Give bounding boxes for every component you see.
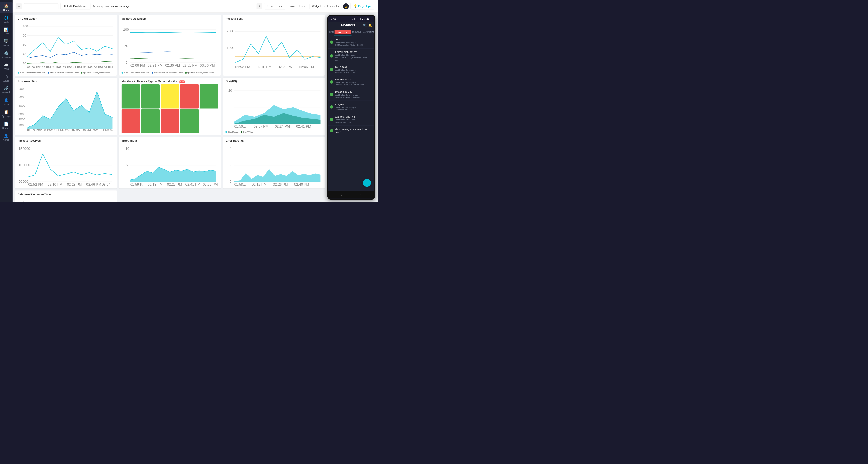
page-tips-label: Page Tips xyxy=(358,4,371,8)
disk-io-card: Disk(I/O) 20 01:50... 02:07 PM 02:24 PM xyxy=(223,78,325,135)
chevron-down-icon: ▾ xyxy=(338,5,339,8)
monitor-cell xyxy=(200,84,218,108)
widget-period-button[interactable]: Widget Level Period ▾ xyxy=(310,3,341,9)
lightbulb-icon: 💡 xyxy=(353,4,357,8)
mobile-tab-own[interactable]: OWN xyxy=(328,29,334,36)
list-item[interactable]: 192.168.50.222 Last Polled 2 months ago … xyxy=(328,88,374,101)
monitor-cell xyxy=(200,109,218,133)
more-icon[interactable]: ⋮ xyxy=(369,92,373,96)
mobile-tab-maintenance[interactable]: MAINTENANCE xyxy=(362,29,375,36)
list-item[interactable]: 192.168.50.221 Last Polled 3 mins ago VM… xyxy=(328,76,374,88)
item-detail: Network Device · 1 ms xyxy=(335,71,355,74)
breadcrumb-select[interactable]: ▾ xyxy=(24,3,58,9)
sidebar-item-aws[interactable]: ☁️ AWS xyxy=(0,61,12,72)
mobile-tab-critical[interactable]: CRITICAL xyxy=(334,29,351,36)
more-icon[interactable]: ⋮ xyxy=(369,80,373,84)
list-item[interactable]: 221_test Last Polled 6 mins ago Datastor… xyxy=(328,101,374,113)
fab-add-button[interactable]: + xyxy=(363,179,371,187)
mobile-status-icons: ☾ Q • ● ⊕ ▲ ♦ ◀ ▶ ∞ xyxy=(351,18,371,21)
page-tips-button[interactable]: 💡 Page Tips xyxy=(351,3,374,9)
bell-icon[interactable]: 🔔 xyxy=(368,23,372,27)
svg-text:01:52 PM: 01:52 PM xyxy=(235,65,250,69)
topbar: ← ▾ ⊞ Edit Dashboard ↻ Last updated 45 s… xyxy=(12,0,377,12)
sidebar-item-label: AppLogs xyxy=(2,115,11,117)
sidebar-item-label: Network xyxy=(2,91,10,94)
db-response-card: Database Response Time 50 0 02:11 PM 02:… xyxy=(15,190,117,202)
edit-dashboard-button[interactable]: ⊞ Edit Dashboard xyxy=(61,3,91,9)
item-detail: Web Transaction (Browser) · 14641 ms xyxy=(335,56,367,61)
svg-text:50000: 50000 xyxy=(19,179,28,183)
list-item[interactable]: 1 NEW-RBM-CART Last Polled 59 secs ago W… xyxy=(328,48,374,63)
main-content: ← ▾ ⊞ Edit Dashboard ↻ Last updated 45 s… xyxy=(12,0,377,202)
last-polled: Last Polled 6 mins ago xyxy=(335,106,356,109)
item-name: 1 NEW-RBM-CART xyxy=(335,51,368,53)
monitor-cell xyxy=(180,84,199,108)
back-button[interactable]: ← xyxy=(16,3,22,9)
list-item[interactable]: 221_test_one_vm Last Polled 1 year ago V… xyxy=(328,113,374,126)
svg-text:20: 20 xyxy=(23,61,27,65)
item-sub: Last Polled 2 mins ago Network Device · … xyxy=(335,69,368,74)
sidebar-item-rum[interactable]: 👤 RUM xyxy=(0,96,12,107)
monitor-cell xyxy=(160,109,179,133)
db-response-body: 50 0 02:11 PM 02:23 PM 02:35 PM 02:47 PM… xyxy=(18,197,114,202)
more-icon[interactable]: ⋮ xyxy=(369,54,373,58)
sidebar-item-admin[interactable]: 👤 Admin xyxy=(0,132,12,143)
legend-label: spadmin2010.mydomain.local xyxy=(83,71,111,74)
list-item[interactable]: 10.10.10.6 Last Polled 2 mins ago Networ… xyxy=(328,63,374,76)
widget-period-label: Widget Level Period xyxy=(312,5,337,8)
raw-button[interactable]: Raw xyxy=(287,3,298,9)
raw-hour-group: Raw Hour xyxy=(287,3,308,9)
moon-icon: 🌙 xyxy=(344,5,347,8)
more-icon[interactable]: ⋮ xyxy=(369,129,373,133)
hour-button[interactable]: Hour xyxy=(297,3,308,9)
legend-label: site24x7-win2012.site24x7.com xyxy=(154,71,183,74)
hamburger-icon[interactable]: ☰ xyxy=(331,23,333,27)
nav-left-arrow[interactable]: ‹ xyxy=(341,193,342,197)
nav-right-arrow[interactable]: › xyxy=(361,193,362,197)
sidebar-item-home[interactable]: 🏠 Home xyxy=(0,2,12,13)
memory-chart-title: Memory Utilization xyxy=(122,17,218,20)
sidebar-item-reports[interactable]: 📄 Reports xyxy=(0,120,12,131)
list-item[interactable]: 0001 Last Polled 4 mins ago EC Memcached… xyxy=(328,36,374,48)
more-icon[interactable]: ⋮ xyxy=(369,40,373,44)
cpu-chart-svg: 100 80 60 40 20 xyxy=(18,22,114,71)
throughput-svg: 10 5 01:59 P... 02:13 PM 02:27 PM 02:41 … xyxy=(122,144,218,187)
monitor-grid xyxy=(122,84,218,133)
svg-text:0: 0 xyxy=(126,60,127,64)
cpu-chart-body: 100 80 60 40 20 xyxy=(18,22,114,71)
tab-trouble-label: TROUBLE xyxy=(352,31,362,33)
sidebar-item-apm[interactable]: 📊 APM xyxy=(0,26,12,36)
sidebar-item-applogs[interactable]: 📋 AppLogs xyxy=(0,108,12,119)
sidebar-item-label: Home xyxy=(3,9,9,11)
list-item[interactable]: 9hu772w99g.execute-api.us-east-1... ⋮ xyxy=(328,126,374,136)
last-updated-prefix: Last updated xyxy=(96,5,110,8)
edit-dashboard-label: Edit Dashboard xyxy=(67,4,88,8)
mobile-panel: 4:18 ☾ Q • ● ⊕ ▲ ♦ ◀ ▶ ∞ ☰ Monitors 🔍 🔔 … xyxy=(327,15,375,200)
dark-mode-button[interactable]: 🌙 xyxy=(343,3,349,9)
sidebar-item-server[interactable]: 🖥️ Server xyxy=(0,37,12,48)
sidebar-item-web[interactable]: 🌐 Web xyxy=(0,14,12,25)
sidebar-item-label: RUM xyxy=(4,103,9,106)
more-icon[interactable]: ⋮ xyxy=(369,67,373,71)
legend-item: Disk Writes xyxy=(241,131,253,133)
search-icon[interactable]: 🔍 xyxy=(363,23,367,27)
sidebar-item-azure[interactable]: ⬡ Azure xyxy=(0,73,12,84)
memory-chart-legend: s24x7-w2k8r2.site24x7.com site24x7-win20… xyxy=(122,71,218,74)
share-button[interactable]: Share This xyxy=(264,3,285,9)
svg-marker-96 xyxy=(234,169,320,182)
more-icon[interactable]: ⋮ xyxy=(369,105,373,109)
sidebar-item-network[interactable]: 🔗 Network xyxy=(0,85,12,95)
legend-item: s24x7-w2k8r2.site24x7.com xyxy=(122,71,150,74)
monitor-icon-button[interactable]: 🖥 xyxy=(257,3,262,9)
more-icon[interactable]: ⋮ xyxy=(369,117,373,121)
sidebar-item-vmware[interactable]: ⚙️ VMware xyxy=(0,50,12,60)
memory-chart-body: 100 50 0 02:06 PM 02:21 PM xyxy=(122,22,218,71)
svg-text:6000: 6000 xyxy=(19,87,26,91)
item-sub: Last Polled 1 year ago VMware VM · 0 % xyxy=(335,119,368,123)
charts-area: CPU Utilization 100 80 60 40 20 xyxy=(12,12,327,202)
mobile-tab-trouble[interactable]: TROUBLE xyxy=(351,29,362,36)
svg-text:02:07 PM: 02:07 PM xyxy=(253,124,269,128)
item-detail: VMware ESX/ESXi Server · - - xyxy=(335,96,363,98)
mobile-header: ☰ Monitors 🔍 🔔 xyxy=(328,22,374,29)
item-sub: Last Polled 59 secs ago Web Transaction … xyxy=(335,54,368,61)
